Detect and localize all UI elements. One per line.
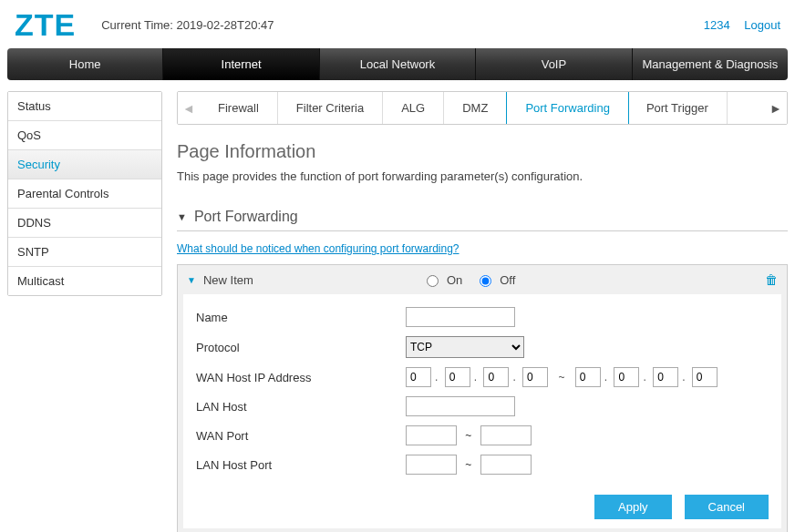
nav-management[interactable]: Management & Diagnosis [633, 48, 788, 80]
port-forwarding-panel: ▼ New Item On Off 🗑 Name Protocol [177, 264, 788, 532]
current-time: Current Time: 2019-02-28T20:47 [101, 18, 692, 32]
wan-port-start[interactable] [406, 425, 457, 445]
label-protocol: Protocol [196, 341, 406, 354]
section-port-forwarding: ▼ Port Forwarding [177, 203, 788, 231]
select-protocol[interactable]: TCP [406, 336, 524, 358]
wan-port-end[interactable] [480, 425, 532, 445]
page-title: Page Information [177, 141, 788, 162]
label-wan-host-ip: WAN Host IP Address [196, 371, 406, 384]
panel-item-title: New Item [203, 273, 422, 287]
sidebar-item-qos[interactable]: QoS [8, 121, 161, 150]
nav-home[interactable]: Home [7, 48, 163, 80]
wan-ip-end-2[interactable] [614, 367, 639, 387]
enable-radio-group: On Off [422, 272, 522, 287]
user-link[interactable]: 1234 [704, 18, 730, 32]
apply-button[interactable]: Apply [594, 495, 672, 519]
panel-collapse-icon[interactable]: ▼ [187, 275, 196, 285]
wan-ip-end-4[interactable] [692, 367, 718, 387]
nav-local-network[interactable]: Local Network [320, 48, 476, 80]
radio-on[interactable] [427, 275, 439, 287]
input-name[interactable] [406, 307, 515, 327]
tab-alg[interactable]: ALG [383, 92, 444, 124]
label-wan-port: WAN Port [196, 429, 406, 443]
nav-voip[interactable]: VoIP [476, 48, 632, 80]
tab-port-forwarding[interactable]: Port Forwarding [506, 91, 628, 125]
wan-ip-end-3[interactable] [653, 367, 678, 387]
wan-ip-start-4[interactable] [522, 367, 548, 387]
sidebar-item-sntp[interactable]: SNTP [8, 238, 161, 267]
page-description: This page provides the function of port … [177, 169, 788, 183]
wan-ip-start-2[interactable] [445, 367, 470, 387]
sidebar-item-status[interactable]: Status [8, 92, 161, 121]
collapse-icon[interactable]: ▼ [177, 211, 187, 222]
radio-off[interactable] [480, 275, 491, 287]
nav-internet[interactable]: Internet [163, 48, 319, 80]
lan-port-end[interactable] [480, 455, 532, 475]
tab-dmz[interactable]: DMZ [444, 92, 507, 124]
tab-firewall[interactable]: Firewall [200, 92, 278, 124]
sidebar-item-parental[interactable]: Parental Controls [8, 179, 161, 209]
section-title: Port Forwarding [194, 209, 298, 225]
sidebar: Status QoS Security Parental Controls DD… [7, 91, 162, 296]
label-lan-host: LAN Host [196, 400, 406, 414]
main-nav: Home Internet Local Network VoIP Managem… [7, 48, 788, 80]
brand-logo: ZTE [15, 7, 76, 43]
sidebar-item-security[interactable]: Security [8, 150, 161, 179]
subnav-prev-icon[interactable]: ◄ [178, 92, 200, 124]
wan-ip-start-3[interactable] [483, 367, 509, 387]
subnav-next-icon[interactable]: ► [765, 92, 787, 124]
wan-ip-end-1[interactable] [575, 367, 601, 387]
cancel-button[interactable]: Cancel [685, 495, 769, 519]
delete-icon[interactable]: 🗑 [765, 272, 778, 287]
sidebar-item-multicast[interactable]: Multicast [8, 267, 161, 295]
subnav: ◄ Firewall Filter Criteria ALG DMZ Port … [177, 91, 788, 125]
label-name: Name [196, 311, 406, 324]
wan-ip-start-1[interactable] [406, 367, 431, 387]
radio-on-label: On [447, 273, 462, 287]
radio-off-label: Off [500, 273, 515, 287]
lan-port-start[interactable] [406, 455, 457, 475]
input-lan-host[interactable] [406, 396, 515, 416]
logout-link[interactable]: Logout [744, 18, 780, 32]
sidebar-item-ddns[interactable]: DDNS [8, 209, 161, 238]
tab-filter-criteria[interactable]: Filter Criteria [278, 92, 383, 124]
help-link[interactable]: What should be noticed when configuring … [177, 242, 459, 255]
tab-port-trigger[interactable]: Port Trigger [628, 92, 728, 124]
label-lan-port: LAN Host Port [196, 458, 406, 472]
